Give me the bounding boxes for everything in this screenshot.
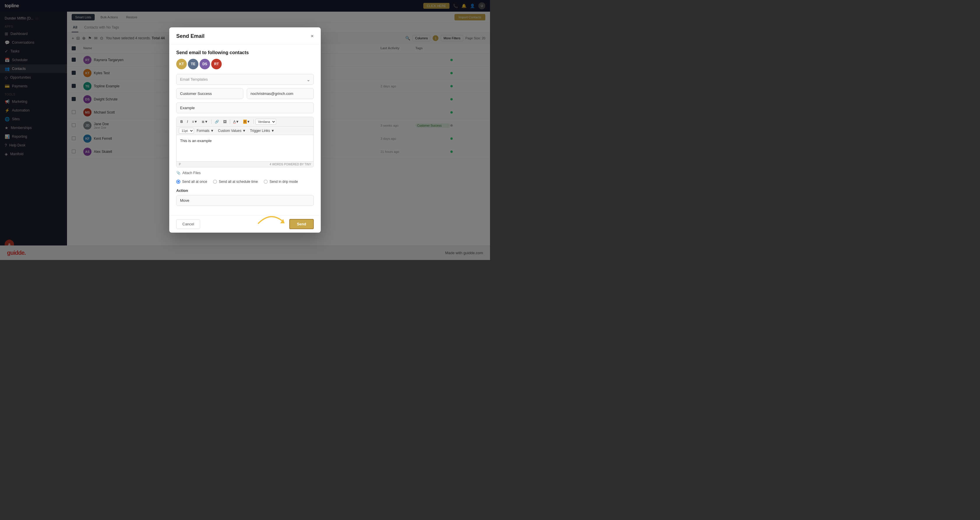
email-template-wrapper: Email Templates bbox=[176, 74, 314, 85]
send-drip-label: Send in drip mode bbox=[269, 180, 298, 184]
recipient-avatar-ds: DS bbox=[200, 59, 210, 69]
bullet-list-button[interactable]: ≡▼ bbox=[191, 119, 199, 125]
custom-values-button[interactable]: Custom Values ▼ bbox=[216, 128, 247, 134]
toolbar-separator bbox=[253, 119, 254, 124]
send-once-option[interactable]: Send all at once bbox=[176, 180, 207, 184]
send-button[interactable]: Send bbox=[289, 219, 314, 229]
subject-group bbox=[176, 103, 314, 113]
cancel-button[interactable]: Cancel bbox=[176, 219, 200, 229]
paperclip-icon: 📎 bbox=[176, 171, 181, 175]
editor-body[interactable]: This is an example bbox=[177, 135, 313, 161]
recipient-avatars: KT TE DS RT bbox=[176, 59, 314, 69]
editor-word-count: 4 WORDS POWERED BY TINY bbox=[270, 163, 311, 166]
action-label: Action bbox=[176, 189, 314, 193]
send-scheduled-radio[interactable] bbox=[213, 180, 217, 184]
send-once-radio[interactable] bbox=[176, 180, 180, 184]
bold-button[interactable]: B bbox=[179, 119, 185, 125]
font-size-select[interactable]: 11pt bbox=[179, 128, 194, 134]
editor-toolbar-row2: 11pt Formats ▼ Custom Values ▼ Trigger L… bbox=[177, 127, 313, 135]
svg-marker-0 bbox=[280, 219, 285, 223]
modal-overlay[interactable]: Send Email × Send email to following con… bbox=[0, 0, 490, 260]
subject-input[interactable] bbox=[176, 103, 314, 113]
editor-toolbar-row1: B I ≡▼ ≣▼ 🔗 🖼 A▼ A▼ Verdana bbox=[177, 117, 313, 127]
recipient-avatar-rt: RT bbox=[211, 59, 222, 69]
text-color-button[interactable]: A▼ bbox=[232, 119, 241, 125]
formats-button[interactable]: Formats ▼ bbox=[195, 128, 215, 134]
send-email-modal: Send Email × Send email to following con… bbox=[169, 27, 321, 233]
font-select[interactable]: Verdana bbox=[256, 119, 276, 125]
modal-close-button[interactable]: × bbox=[310, 33, 314, 39]
send-options-group: Send all at once Send all at schedule ti… bbox=[176, 180, 314, 184]
bg-color-button[interactable]: A▼ bbox=[242, 119, 252, 125]
send-scheduled-label: Send all at schedule time bbox=[219, 180, 258, 184]
toolbar-separator bbox=[211, 119, 212, 124]
from-email-input[interactable] bbox=[247, 88, 314, 99]
from-name-input[interactable] bbox=[176, 88, 243, 99]
italic-button[interactable]: I bbox=[186, 119, 189, 125]
modal-header: Send Email × bbox=[169, 27, 321, 44]
send-to-heading: Send email to following contacts bbox=[176, 50, 314, 55]
email-editor: B I ≡▼ ≣▼ 🔗 🖼 A▼ A▼ Verdana bbox=[176, 117, 314, 167]
modal-title: Send Email bbox=[176, 33, 205, 39]
image-button[interactable]: 🖼 bbox=[222, 119, 228, 125]
toolbar-separator bbox=[230, 119, 230, 124]
link-button[interactable]: 🔗 bbox=[213, 119, 221, 125]
send-once-label: Send all at once bbox=[182, 180, 207, 184]
from-email-row bbox=[176, 88, 314, 99]
send-drip-radio[interactable] bbox=[264, 180, 268, 184]
editor-tag: P bbox=[179, 163, 181, 166]
send-drip-option[interactable]: Send in drip mode bbox=[264, 180, 298, 184]
send-button-area: Send bbox=[289, 219, 314, 229]
ordered-list-button[interactable]: ≣▼ bbox=[200, 119, 210, 125]
modal-body: Send email to following contacts KT TE D… bbox=[169, 44, 321, 215]
recipient-avatar-te: TE bbox=[188, 59, 198, 69]
editor-content: This is an example bbox=[180, 139, 212, 143]
trigger-links-button[interactable]: Trigger Links ▼ bbox=[248, 128, 276, 134]
modal-footer: Cancel Send bbox=[169, 215, 321, 233]
send-scheduled-option[interactable]: Send all at schedule time bbox=[213, 180, 258, 184]
recipient-avatar-kt: KT bbox=[176, 59, 187, 69]
action-input[interactable] bbox=[176, 195, 314, 206]
editor-footer: P 4 WORDS POWERED BY TINY bbox=[177, 161, 313, 167]
attach-files-button[interactable]: 📎 Attach Files bbox=[176, 171, 314, 175]
email-template-select[interactable]: Email Templates bbox=[176, 74, 314, 85]
attach-files-label: Attach Files bbox=[182, 171, 201, 175]
action-section: Action bbox=[176, 189, 314, 206]
app-background: topline CLICK HERE 📞 🔔 👤 U Dunder Miffli… bbox=[0, 0, 490, 260]
